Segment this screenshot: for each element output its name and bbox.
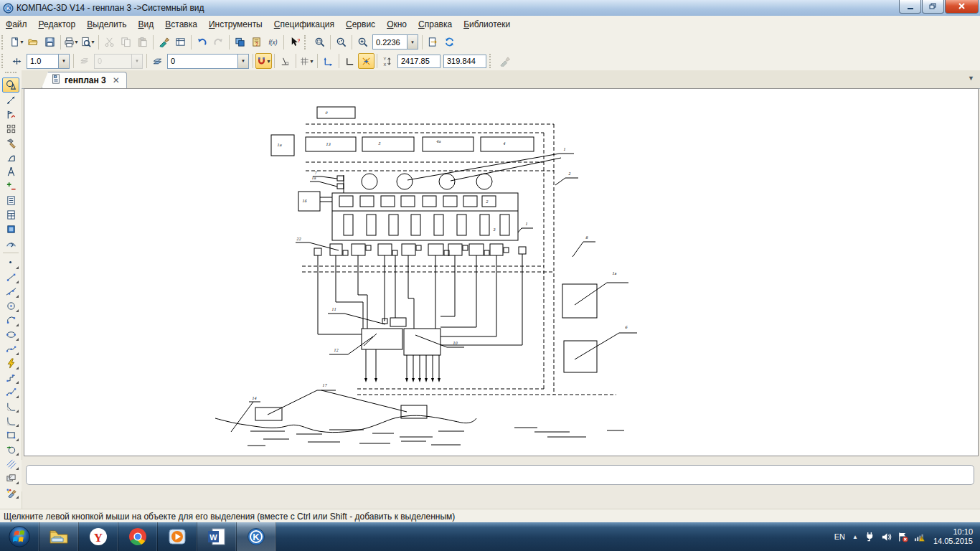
undo-button[interactable] <box>194 34 210 50</box>
explorer-taskbar-button[interactable] <box>39 522 79 551</box>
coordinate-x-field[interactable]: 2417.85 <box>397 55 440 68</box>
chamfer-tool[interactable] <box>2 399 19 413</box>
language-indicator[interactable]: EN <box>834 532 845 541</box>
snap-mode-button[interactable]: ▼ <box>255 53 272 69</box>
save-document-button[interactable] <box>42 34 58 50</box>
print-preview-button[interactable]: ▼ <box>80 34 96 50</box>
segment-tool[interactable] <box>2 270 19 284</box>
ellipse-tool[interactable] <box>2 327 19 342</box>
volume-icon[interactable] <box>881 532 892 542</box>
polyline-tool[interactable] <box>2 370 19 385</box>
toolbar-gripper[interactable] <box>304 35 310 50</box>
clock[interactable]: 10:10 14.05.2015 <box>933 527 973 546</box>
plan-objects[interactable] <box>215 107 637 433</box>
selection-panel-button[interactable] <box>2 179 19 193</box>
cursor-step-combo[interactable]: 1.0▼ <box>27 54 70 69</box>
object-properties-button[interactable] <box>172 34 189 50</box>
print-button[interactable]: ▼ <box>63 34 80 50</box>
combo-dropdown-icon[interactable]: ▼ <box>131 55 142 68</box>
tab-close-icon[interactable]: ✕ <box>113 75 120 85</box>
menu-item-5[interactable]: Вставка <box>159 17 203 32</box>
menu-item-6[interactable]: Инструменты <box>203 17 268 32</box>
tab-list-dropdown-icon[interactable]: ▼ <box>968 75 974 82</box>
menu-item-1[interactable]: Файл <box>0 17 33 32</box>
libraries-panel-button[interactable] <box>2 236 19 250</box>
zoom-in-button[interactable] <box>354 34 371 50</box>
specification-panel-button[interactable] <box>2 193 19 207</box>
tab-genplan-3[interactable]: генплан 3 ✕ <box>42 72 127 88</box>
auxiliary-line-tool[interactable] <box>2 284 19 298</box>
arc-tool[interactable] <box>2 313 19 327</box>
combo-dropdown-icon[interactable]: ▼ <box>407 35 418 49</box>
refresh-view-button[interactable] <box>441 34 458 50</box>
polygon-tool[interactable] <box>2 442 19 456</box>
fill-tool[interactable] <box>2 471 19 485</box>
menu-item-4[interactable]: Вид <box>133 17 160 32</box>
start-button[interactable] <box>0 522 39 551</box>
round-off-button[interactable] <box>341 53 358 69</box>
word-taskbar-button[interactable]: W <box>197 522 237 551</box>
dashed-boundaries[interactable] <box>302 124 616 395</box>
cursor-step-icon[interactable] <box>9 53 25 69</box>
panel-gripper[interactable] <box>5 72 17 77</box>
power-icon[interactable] <box>864 532 875 542</box>
parametrization-panel-button[interactable] <box>2 150 19 164</box>
open-document-button[interactable] <box>25 34 42 50</box>
circle-tool[interactable] <box>2 298 19 313</box>
toolbar-gripper[interactable] <box>489 54 495 68</box>
hidden-icons-arrow[interactable]: ▲ <box>852 534 858 540</box>
context-help-button[interactable]: ? <box>286 34 303 50</box>
ortho-drawing-button[interactable] <box>277 53 293 69</box>
menu-item-7[interactable]: Спецификация <box>268 17 340 32</box>
toolbar-gripper[interactable] <box>1 35 7 50</box>
editing-panel-button[interactable] <box>2 136 19 150</box>
minimize-button[interactable] <box>899 0 921 14</box>
color-fill-tool[interactable] <box>2 485 19 499</box>
drawing-canvas[interactable]: 91и1354а41271а1б2318221112101в61714 <box>24 88 979 456</box>
lightning-line-tool[interactable] <box>2 356 19 370</box>
nurbs-curve-tool[interactable] <box>2 342 19 356</box>
menu-item-3[interactable]: Выделить <box>81 17 132 32</box>
point-tool[interactable] <box>2 255 19 270</box>
geometry-panel-button[interactable] <box>2 77 19 93</box>
rectangle-tool[interactable] <box>2 428 19 442</box>
reports-panel-button[interactable] <box>2 207 19 222</box>
menu-item-2[interactable]: Редактор <box>33 17 82 32</box>
insert-view-panel-button[interactable] <box>2 222 19 236</box>
menu-item-11[interactable]: Библиотеки <box>458 17 516 32</box>
restore-button[interactable] <box>922 0 944 14</box>
copy-properties-button[interactable] <box>156 34 172 50</box>
media-player-taskbar-button[interactable] <box>158 522 197 551</box>
document-manager-button[interactable]: ? <box>248 34 265 50</box>
menu-item-8[interactable]: Сервис <box>340 17 381 32</box>
local-cs-button[interactable] <box>320 53 336 69</box>
toolbar-gripper[interactable] <box>1 54 7 68</box>
network-icon[interactable]: ! <box>914 532 925 542</box>
menu-item-9[interactable]: Окно <box>381 17 413 32</box>
close-button[interactable] <box>945 0 979 14</box>
new-document-button[interactable]: ▼ <box>9 34 25 50</box>
fillet-tool[interactable] <box>2 413 19 428</box>
combo-dropdown-icon[interactable]: ▼ <box>58 55 69 68</box>
snaps-toggle-button[interactable] <box>358 53 374 69</box>
menu-item-10[interactable]: Справка <box>413 17 458 32</box>
yandex-taskbar-button[interactable]: Y <box>79 522 118 551</box>
site-plan-drawing[interactable]: 91и1354а41271а1б2318221112101в61714 <box>24 89 978 456</box>
measure-panel-button[interactable] <box>2 164 19 179</box>
current-layer-combo[interactable]: 0▼ <box>167 54 249 69</box>
special-designations-panel-button[interactable] <box>2 121 19 136</box>
variables-button[interactable]: f(x) <box>265 34 281 50</box>
grid-button[interactable]: ▼ <box>298 53 315 69</box>
message-field[interactable] <box>26 465 974 485</box>
hatch-tool[interactable] <box>2 456 19 471</box>
coordinate-y-field[interactable]: 319.844 <box>443 55 486 68</box>
zoom-area-button[interactable] <box>311 34 328 50</box>
spline-tool[interactable] <box>2 385 19 399</box>
kompas-taskbar-button[interactable]: K <box>237 522 276 551</box>
chrome-taskbar-button[interactable] <box>118 522 158 551</box>
zoom-points-button[interactable] <box>333 34 349 50</box>
coordinates-icon[interactable]: YX <box>380 53 396 69</box>
zoom-scale-combo[interactable]: 0.2236▼ <box>372 34 418 50</box>
fit-document-button[interactable] <box>425 34 441 50</box>
designations-panel-button[interactable] <box>2 107 19 121</box>
